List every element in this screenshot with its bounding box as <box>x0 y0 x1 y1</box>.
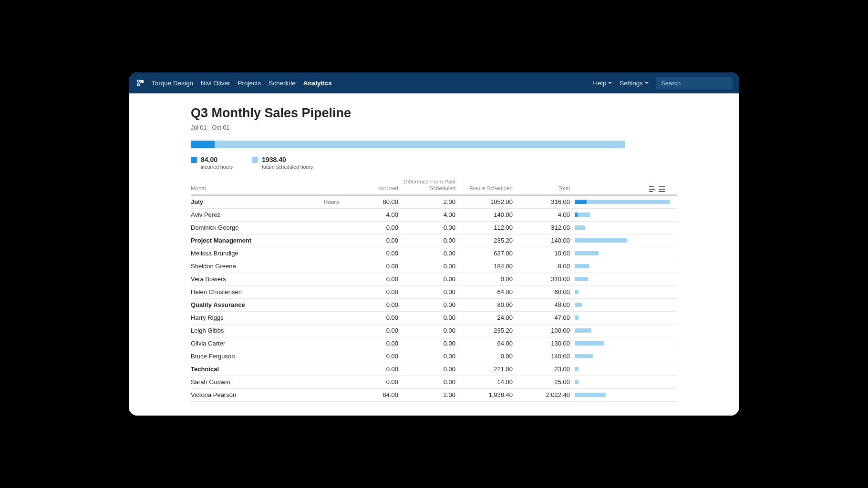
cell-total: 48.00 <box>517 299 575 311</box>
th-future[interactable]: Future Scheduled <box>460 185 517 192</box>
table-row[interactable]: Olivia Carter0.000.0064.00130.00 <box>191 337 677 350</box>
table-row[interactable]: Dominick George0.000.00112.00312.00 <box>191 222 677 234</box>
row-bar <box>575 213 670 217</box>
cell-incurred: 0.00 <box>346 325 403 336</box>
cell-total: 10.00 <box>517 247 575 259</box>
cell-future: 0.00 <box>460 350 517 362</box>
bar-future-segment <box>575 367 579 371</box>
th-total[interactable]: Total <box>517 185 575 192</box>
row-label: Melissa Brundige <box>191 247 346 259</box>
cell-diff: 0.00 <box>403 299 460 311</box>
row-label: Dominick George <box>191 222 346 234</box>
row-label: JulyHours <box>191 196 346 208</box>
bar-incurred-segment <box>575 200 587 204</box>
cell-total: 316.00 <box>517 196 575 208</box>
nav-analytics[interactable]: Analytics <box>303 80 332 87</box>
table-row[interactable]: Victoria Pearson84.002.001,938.402,022.4… <box>191 389 677 402</box>
bar-future-segment <box>575 251 599 255</box>
help-menu[interactable]: Help <box>593 80 612 87</box>
row-label: Sheldon Greene <box>191 260 346 272</box>
legend-incurred-label: incurred hours <box>201 164 233 170</box>
row-bar <box>575 238 670 243</box>
th-incurred[interactable]: Incurred <box>346 185 403 192</box>
cell-incurred: 0.00 <box>346 273 403 285</box>
nav-projects[interactable]: Projects <box>238 80 261 87</box>
table-row[interactable]: Bruce Ferguson0.000.000.00140.00 <box>191 350 677 363</box>
view-lines-icon[interactable] <box>659 186 665 192</box>
nav-links: Torque Design Nivi Oliver Projects Sched… <box>152 80 332 87</box>
cell-diff: 0.00 <box>403 337 460 349</box>
hours-sublabel: Hours <box>324 199 341 205</box>
chevron-down-icon <box>645 82 649 84</box>
row-bar <box>575 328 670 333</box>
table-row[interactable]: Quality Assurance0.000.0080.0048.00 <box>191 299 677 312</box>
view-bars-icon[interactable] <box>649 186 656 192</box>
cell-diff: 0.00 <box>403 350 460 362</box>
svg-point-3 <box>137 84 140 86</box>
row-bar <box>575 200 670 204</box>
cell-diff: 0.00 <box>403 363 460 375</box>
bar-incurred-segment <box>575 213 578 217</box>
bar-future-segment <box>575 225 585 230</box>
progress-future-segment <box>215 141 625 148</box>
cell-total: 2,022.40 <box>517 389 575 401</box>
row-label: Bruce Ferguson <box>191 350 346 362</box>
svg-point-0 <box>137 80 140 82</box>
bar-future-segment <box>575 341 604 346</box>
table-row[interactable]: Aviv Perez4.004.00140.004.00 <box>191 209 677 222</box>
th-diff[interactable]: Difference From Past Scheduled <box>403 178 460 192</box>
row-label: Olivia Carter <box>191 337 346 349</box>
row-bar <box>575 341 670 346</box>
nav-user[interactable]: Nivi Oliver <box>201 80 230 87</box>
bar-future-segment <box>575 264 589 268</box>
legend-future-label: future scheduled hours <box>262 164 313 170</box>
table-row[interactable]: Sarah Godwin0.000.0014.0025.00 <box>191 376 677 389</box>
cell-diff: 0.00 <box>403 273 460 285</box>
help-label: Help <box>593 80 606 87</box>
table-row[interactable]: Helen Christensen0.000.0064.0060.00 <box>191 286 677 299</box>
row-label: Victoria Pearson <box>191 389 346 401</box>
cell-total: 25.00 <box>517 376 575 388</box>
row-bar <box>575 277 670 281</box>
search-input[interactable] <box>656 77 733 90</box>
page-title: Q3 Monthly Sales Pipeline <box>191 106 677 121</box>
table-row[interactable]: Melissa Brundige0.000.00637.0010.00 <box>191 247 677 260</box>
settings-menu[interactable]: Settings <box>620 80 649 87</box>
cell-total: 23.00 <box>517 363 575 375</box>
table-row[interactable]: Leigh Gibbs0.000.00235.20100.00 <box>191 325 677 337</box>
bar-future-segment <box>575 354 593 358</box>
row-bar <box>575 303 670 307</box>
cell-total: 310.00 <box>517 273 575 285</box>
pipeline-table: Month Incurred Difference From Past Sche… <box>191 178 677 402</box>
cell-incurred: 0.00 <box>346 234 403 246</box>
cell-incurred: 0.00 <box>346 376 403 388</box>
table-row[interactable]: Technical0.000.00221.0023.00 <box>191 363 677 376</box>
nav-right: Help Settings <box>593 77 733 90</box>
bar-future-segment <box>575 315 579 320</box>
legend: 84.00 incurred hours 1938.40 future sche… <box>191 156 677 170</box>
table-row[interactable]: Project Management0.000.00235.20140.00 <box>191 234 677 247</box>
bar-future-segment <box>575 290 579 294</box>
summary-progress-bar <box>191 141 625 148</box>
row-label: Quality Assurance <box>191 299 346 311</box>
table-row[interactable]: JulyHours80.002.001052.00316.00 <box>191 196 677 209</box>
nav-schedule[interactable]: Schedule <box>269 80 295 87</box>
legend-swatch-dark <box>191 157 197 163</box>
cell-total: 130.00 <box>517 337 575 349</box>
cell-diff: 0.00 <box>403 234 460 246</box>
legend-future-value: 1938.40 <box>262 156 313 163</box>
cell-future: 184.00 <box>460 260 517 272</box>
cell-incurred: 4.00 <box>346 209 403 221</box>
nav-workspace[interactable]: Torque Design <box>152 80 193 87</box>
table-row[interactable]: Sheldon Greene0.000.00184.008.00 <box>191 260 677 273</box>
table-row[interactable]: Vera Bowers0.000.000.00310.00 <box>191 273 677 286</box>
cell-incurred: 0.00 <box>346 363 403 375</box>
legend-swatch-light <box>252 157 258 163</box>
cell-incurred: 0.00 <box>346 312 403 324</box>
logo-icon[interactable] <box>135 78 145 88</box>
cell-diff: 0.00 <box>403 247 460 259</box>
cell-diff: 0.00 <box>403 312 460 324</box>
th-month[interactable]: Month <box>191 185 346 192</box>
table-row[interactable]: Harry Riggs0.000.0024.0047.00 <box>191 312 677 325</box>
cell-future: 1,938.40 <box>460 389 517 401</box>
